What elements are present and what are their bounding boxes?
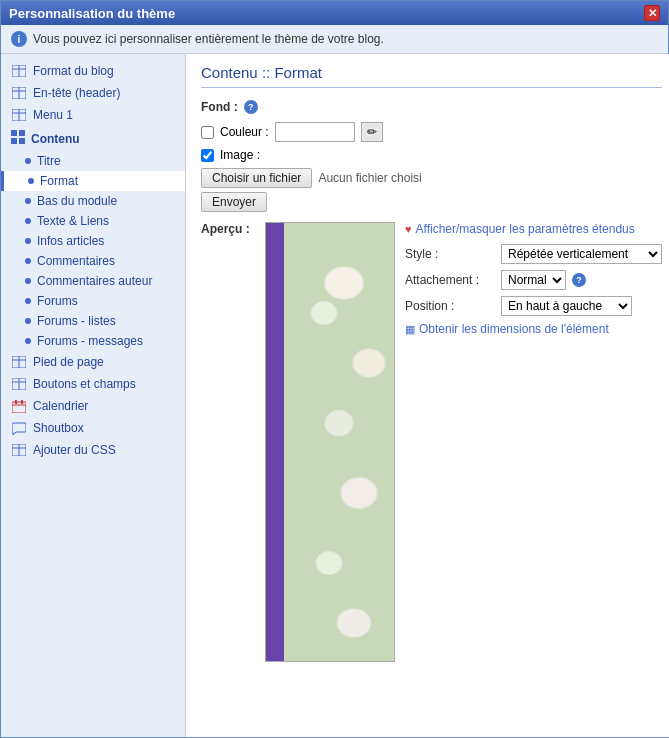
image-checkbox[interactable]	[201, 149, 214, 162]
grid-small-icon: ▦	[405, 323, 415, 336]
calendar-icon	[11, 399, 27, 413]
color-input[interactable]	[275, 122, 355, 142]
fond-help-icon[interactable]: ?	[244, 100, 258, 114]
sidebar-sub-item-forums[interactable]: Forums	[1, 291, 185, 311]
sidebar-sub-item-commentaires[interactable]: Commentaires	[1, 251, 185, 271]
attachement-label: Attachement :	[405, 273, 495, 287]
info-message: Vous pouvez ici personnaliser entièremen…	[33, 32, 384, 46]
sidebar-sub-item-forums-listes[interactable]: Forums - listes	[1, 311, 185, 331]
preview-area: Aperçu : ♥ Afficher/masquer les paramètr…	[201, 222, 662, 662]
sidebar-label: Format du blog	[33, 64, 114, 78]
choose-file-button[interactable]: Choisir un fichier	[201, 168, 312, 188]
sidebar-item-pied-page[interactable]: Pied de page	[1, 351, 185, 373]
image-row: Image :	[201, 148, 662, 162]
sidebar-label: Pied de page	[33, 355, 104, 369]
obtain-link-label: Obtenir les dimensions de l'élément	[419, 322, 609, 336]
table-icon	[11, 64, 27, 78]
table-icon	[11, 377, 27, 391]
bullet-icon	[28, 178, 34, 184]
sidebar: Format du blog En-tête (header) Menu 1	[1, 54, 186, 737]
position-label: Position :	[405, 299, 495, 313]
svg-rect-22	[21, 400, 23, 404]
heart-icon: ♥	[405, 223, 412, 235]
couleur-checkbox[interactable]	[201, 126, 214, 139]
info-icon: i	[11, 31, 27, 47]
info-bar: i Vous pouvez ici personnaliser entièrem…	[1, 25, 668, 54]
content-panel: Contenu :: Format Fond : ? Couleur : ✏ I…	[186, 54, 669, 737]
attachement-row: Attachement : Normal Fixe ?	[405, 270, 662, 290]
sidebar-sub-item-titre[interactable]: Titre	[1, 151, 185, 171]
sidebar-sub-item-texte-liens[interactable]: Texte & Liens	[1, 211, 185, 231]
color-picker-button[interactable]: ✏	[361, 122, 383, 142]
sidebar-sub-item-format[interactable]: Format	[1, 171, 185, 191]
svg-rect-19	[12, 402, 26, 413]
sub-item-label: Forums	[37, 294, 78, 308]
sidebar-label: Menu 1	[33, 108, 73, 122]
sidebar-item-ajouter-css[interactable]: Ajouter du CSS	[1, 439, 185, 461]
position-select[interactable]: En haut à gauche En haut au centre En ha…	[501, 296, 632, 316]
send-row: Envoyer	[201, 192, 662, 212]
obtain-dimensions-link[interactable]: ▦ Obtenir les dimensions de l'élément	[405, 322, 662, 336]
svg-rect-11	[11, 138, 17, 144]
bullet-icon	[25, 278, 31, 284]
couleur-row: Couleur : ✏	[201, 122, 662, 142]
bubble-icon	[11, 421, 27, 435]
main-window: Personnalisation du thème ✕ i Vous pouve…	[0, 0, 669, 738]
file-chooser-row: Choisir un fichier Aucun fichier choisi	[201, 168, 662, 188]
sub-item-label: Infos articles	[37, 234, 104, 248]
sidebar-item-shoutbox[interactable]: Shoutbox	[1, 417, 185, 439]
sidebar-item-calendrier[interactable]: Calendrier	[1, 395, 185, 417]
preview-image-box	[265, 222, 395, 662]
sidebar-item-contenu[interactable]: Contenu	[1, 126, 185, 151]
image-label: Image :	[220, 148, 260, 162]
bullet-icon	[25, 238, 31, 244]
bullet-icon	[25, 338, 31, 344]
contenu-label: Contenu	[31, 132, 80, 146]
sidebar-item-menu1[interactable]: Menu 1	[1, 104, 185, 126]
sidebar-item-boutons-champs[interactable]: Boutons et champs	[1, 373, 185, 395]
style-row: Style : Répétée verticalement Répétée ho…	[405, 244, 662, 264]
attachement-help-icon[interactable]: ?	[572, 273, 586, 287]
sub-item-label: Forums - listes	[37, 314, 116, 328]
grid-icon	[11, 130, 25, 147]
sub-item-label: Commentaires auteur	[37, 274, 152, 288]
bullet-icon	[25, 258, 31, 264]
svg-rect-21	[15, 400, 17, 404]
window-title: Personnalisation du thème	[9, 6, 175, 21]
bullet-icon	[25, 298, 31, 304]
sub-item-label: Bas du module	[37, 194, 117, 208]
send-button[interactable]: Envoyer	[201, 192, 267, 212]
preview-flower-deco	[284, 223, 394, 661]
sub-item-label: Commentaires	[37, 254, 115, 268]
position-row: Position : En haut à gauche En haut au c…	[405, 296, 662, 316]
fond-row: Fond : ?	[201, 100, 662, 114]
style-select[interactable]: Répétée verticalement Répétée horizontal…	[501, 244, 662, 264]
sidebar-item-format-blog[interactable]: Format du blog	[1, 60, 185, 82]
bullet-icon	[25, 158, 31, 164]
bullet-icon	[25, 198, 31, 204]
fond-label: Fond :	[201, 100, 238, 114]
table-icon	[11, 108, 27, 122]
bullet-icon	[25, 218, 31, 224]
svg-rect-12	[19, 138, 25, 144]
sidebar-sub-item-commentaires-auteur[interactable]: Commentaires auteur	[1, 271, 185, 291]
sidebar-item-header[interactable]: En-tête (header)	[1, 82, 185, 104]
sub-item-label: Format	[40, 174, 78, 188]
toggle-settings-link[interactable]: ♥ Afficher/masquer les paramètres étendu…	[405, 222, 662, 236]
svg-rect-9	[11, 130, 17, 136]
file-name-label: Aucun fichier choisi	[318, 171, 421, 185]
svg-rect-10	[19, 130, 25, 136]
sidebar-label: Boutons et champs	[33, 377, 136, 391]
settings-panel: ♥ Afficher/masquer les paramètres étendu…	[405, 222, 662, 662]
sidebar-sub-item-bas-module[interactable]: Bas du module	[1, 191, 185, 211]
sidebar-label: Shoutbox	[33, 421, 84, 435]
attachement-select[interactable]: Normal Fixe	[501, 270, 566, 290]
table-icon	[11, 355, 27, 369]
bullet-icon	[25, 318, 31, 324]
sidebar-label: En-tête (header)	[33, 86, 120, 100]
close-button[interactable]: ✕	[644, 5, 660, 21]
sidebar-label: Calendrier	[33, 399, 88, 413]
sidebar-sub-item-forums-messages[interactable]: Forums - messages	[1, 331, 185, 351]
sidebar-sub-item-infos-articles[interactable]: Infos articles	[1, 231, 185, 251]
title-bar: Personnalisation du thème ✕	[1, 1, 668, 25]
